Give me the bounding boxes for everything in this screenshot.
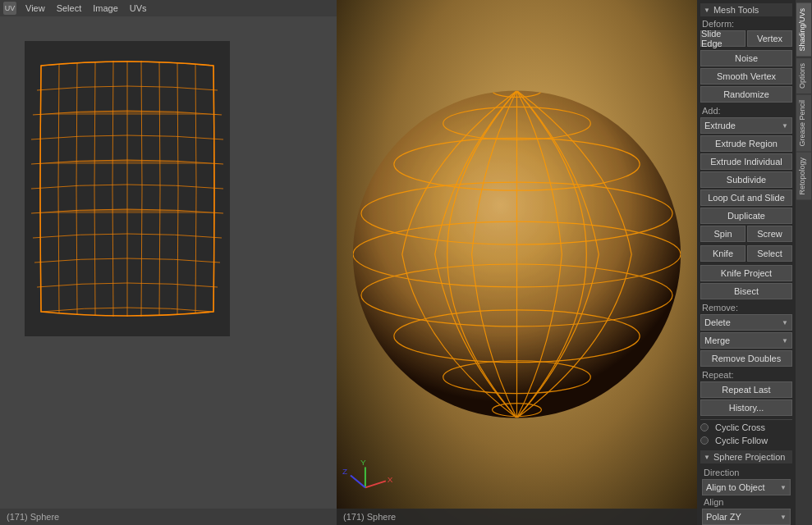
uv-editor-icon: UV [3, 2, 16, 15]
repeat-label: Repeat: [700, 370, 792, 380]
slide-edge-btn[interactable]: Slide Edge [700, 30, 745, 47]
right-panel-content: Mesh Tools Deform: Slide Edge Vertex Noi… [697, 0, 796, 525]
vtab-retopology[interactable]: Retopology [796, 153, 811, 200]
spin-btn[interactable]: Spin [700, 226, 745, 242]
uv-editor: UV View Select Image UVs [0, 0, 337, 525]
uv-viewport [0, 0, 337, 509]
uv-statusbar-text: (171) Sphere [7, 512, 59, 522]
viewport-3d: X Y Z UV Mapping Unwrap Smart UV Project… [337, 0, 697, 525]
svg-text:Y: Y [360, 458, 366, 467]
deform-label: Deform: [700, 19, 792, 29]
uv-editor-statusbar: (171) Sphere [0, 509, 337, 525]
extrude-individual-btn[interactable]: Extrude Individual [700, 153, 792, 170]
vertical-tabs: Shading/UVs Options Grease Pencil Retopo… [796, 0, 812, 525]
vtab-shading-uvs[interactable]: Shading/UVs [796, 3, 811, 57]
repeat-last-btn[interactable]: Repeat Last [700, 381, 792, 398]
cyclic-cross-row: Cyclic Cross [700, 422, 792, 432]
cyclic-follow-label: Cyclic Follow [715, 436, 768, 445]
cyclic-section: Cyclic Cross Cyclic Follow [700, 422, 792, 447]
svg-text:X: X [388, 475, 393, 484]
direction-label: Direction [702, 468, 791, 477]
uv-mesh-svg [25, 41, 230, 336]
delete-dropdown[interactable]: Delete [700, 314, 792, 331]
svg-line-12 [365, 481, 386, 487]
extrude-region-btn[interactable]: Extrude Region [700, 135, 792, 152]
sphere-area: X Y Z UV Mapping Unwrap Smart UV Project… [337, 0, 697, 525]
vertex-btn[interactable]: Vertex [747, 30, 792, 47]
randomize-btn[interactable]: Randomize [700, 86, 792, 103]
uv-menu-image[interactable]: Image [90, 3, 121, 13]
remove-doubles-btn[interactable]: Remove Doubles [700, 350, 792, 367]
uv-menu-uvs[interactable]: UVs [127, 3, 149, 13]
vtab-grease-pencil[interactable]: Grease Pencil [796, 95, 811, 152]
knife-project-btn[interactable]: Knife Project [700, 265, 792, 281]
main-container: UV View Select Image UVs [0, 0, 812, 525]
separator-before-sphere-proj [700, 419, 792, 420]
viewport-statusbar: (171) Sphere [337, 509, 697, 525]
loop-cut-btn[interactable]: Loop Cut and Slide [700, 189, 792, 206]
align-to-object-dropdown[interactable]: Align to Object [702, 479, 791, 495]
screw-btn[interactable]: Screw [747, 226, 792, 242]
uv-editor-header: UV View Select Image UVs [0, 0, 337, 16]
select-btn[interactable]: Select [747, 245, 792, 262]
cyclic-cross-radio[interactable] [700, 423, 709, 431]
viewport-statusbar-text: (171) Sphere [343, 512, 396, 522]
mesh-tools-label: Mesh Tools [713, 5, 759, 15]
subdivide-btn[interactable]: Subdivide [700, 171, 792, 188]
uv-menu-select[interactable]: Select [54, 3, 85, 13]
duplicate-btn[interactable]: Duplicate [700, 208, 792, 224]
merge-dropdown[interactable]: Merge [700, 332, 792, 349]
smooth-vertex-btn[interactable]: Smooth Vertex [700, 68, 792, 84]
svg-line-16 [351, 475, 365, 487]
extrude-dropdown[interactable]: Extrude [700, 117, 792, 134]
sphere-projection-label: Sphere Projection [713, 452, 785, 462]
sphere-projection-header[interactable]: Sphere Projection [700, 450, 792, 463]
history-btn[interactable]: History... [700, 399, 792, 416]
sphere-proj-section: Direction Align to Object Align Polar ZY… [700, 466, 792, 525]
add-label: Add: [700, 106, 792, 116]
right-panel: Mesh Tools Deform: Slide Edge Vertex Noi… [697, 0, 812, 525]
vtab-options[interactable]: Options [796, 58, 811, 94]
mesh-tools-header[interactable]: Mesh Tools [700, 3, 792, 16]
cyclic-follow-radio[interactable] [700, 436, 709, 445]
svg-text:Z: Z [342, 467, 347, 476]
cyclic-cross-label: Cyclic Cross [715, 422, 765, 432]
bisect-btn[interactable]: Bisect [700, 283, 792, 299]
knife-select-row: Knife Select [700, 245, 792, 263]
sphere-svg: X Y Z [337, 0, 697, 525]
uv-menu-view[interactable]: View [23, 3, 48, 13]
align-label: Align [702, 497, 791, 507]
cyclic-follow-row: Cyclic Follow [700, 436, 792, 445]
knife-btn[interactable]: Knife [700, 245, 745, 262]
axis-indicator: X Y Z [342, 458, 393, 487]
remove-label: Remove: [700, 303, 792, 313]
noise-btn[interactable]: Noise [700, 50, 792, 66]
spin-screw-row: Spin Screw [700, 226, 792, 244]
deform-buttons: Slide Edge Vertex [700, 30, 792, 48]
polar-zy-dropdown[interactable]: Polar ZY [702, 509, 791, 525]
